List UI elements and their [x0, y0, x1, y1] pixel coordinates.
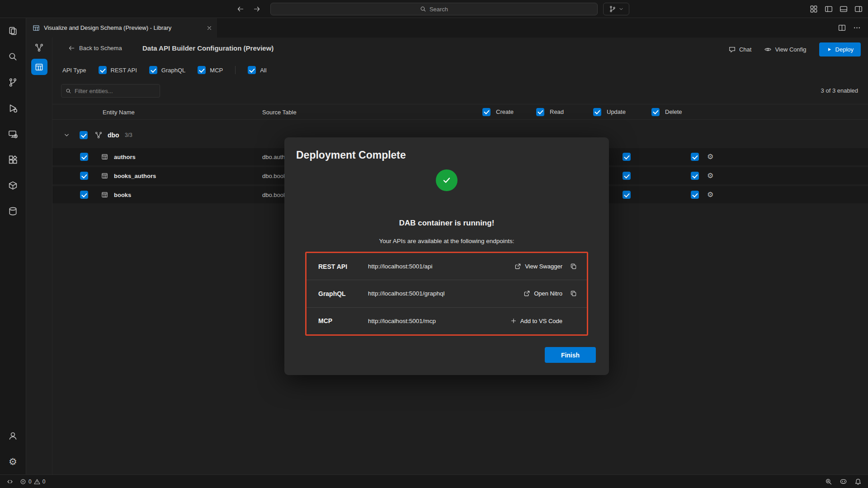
create-column: Create	[482, 108, 514, 116]
schema-visualizer-icon[interactable]	[35, 43, 43, 52]
zoom-icon[interactable]	[825, 478, 832, 485]
back-arrow-icon[interactable]	[237, 5, 244, 13]
table-icon	[101, 154, 108, 160]
select-all-update-checkbox[interactable]	[593, 108, 601, 116]
search-command-center[interactable]: Search	[270, 3, 598, 15]
problems-indicator[interactable]: 0 0	[20, 479, 45, 485]
select-all-create-checkbox[interactable]	[482, 108, 491, 116]
mcp-checkbox[interactable]	[198, 66, 206, 74]
open-nitro-button[interactable]: Open Nitro	[524, 290, 562, 297]
row-settings-gear-icon[interactable]: ⚙	[707, 172, 713, 179]
view-config-button[interactable]: View Config	[764, 46, 806, 53]
delete-checkbox[interactable]	[691, 191, 699, 199]
close-icon[interactable]	[206, 25, 212, 31]
row-checkbox[interactable]	[80, 172, 88, 180]
notifications-bell-icon[interactable]	[854, 478, 862, 485]
endpoint-url: http://localhost:5001/api	[368, 263, 433, 270]
api-option-graphql: GraphQL	[149, 66, 185, 74]
delete-checkbox[interactable]	[691, 153, 699, 161]
split-editor-icon[interactable]	[838, 24, 846, 32]
tab-visualize-design-schema[interactable]: Visualize and Design Schema (Preview) - …	[26, 18, 217, 38]
endpoint-row-rest: REST API http://localhost:5001/api View …	[307, 253, 587, 280]
add-to-vscode-button[interactable]: Add to VS Code	[510, 318, 562, 324]
database-projects-activity-button[interactable]	[0, 173, 26, 198]
gear-icon: ⚙	[9, 457, 17, 466]
graphql-checkbox[interactable]	[149, 66, 157, 74]
delete-checkbox[interactable]	[691, 172, 699, 180]
endpoint-name: REST API	[318, 263, 362, 270]
designer-view-rail	[26, 38, 52, 474]
arrow-left-icon	[68, 45, 75, 52]
filter-entities-input[interactable]	[75, 88, 156, 94]
toggle-sidebar-right-icon[interactable]	[854, 5, 863, 13]
finish-button[interactable]: Finish	[545, 347, 596, 363]
copilot-icon[interactable]	[840, 478, 847, 485]
run-debug-activity-button[interactable]	[0, 95, 26, 121]
update-checkbox[interactable]	[623, 153, 631, 161]
chevron-down-icon[interactable]	[63, 132, 70, 139]
more-actions-icon[interactable]	[853, 24, 861, 32]
create-column-label: Create	[496, 108, 514, 115]
dab-configuration-view-button[interactable]	[31, 59, 47, 75]
select-all-read-checkbox[interactable]	[536, 108, 544, 116]
accounts-button[interactable]	[0, 423, 26, 449]
explorer-activity-button[interactable]	[0, 18, 26, 44]
chevron-down-icon	[618, 6, 624, 12]
toggle-panel-icon[interactable]	[840, 5, 848, 13]
customize-layout-icon[interactable]	[810, 5, 818, 13]
read-column: Read	[536, 108, 564, 116]
settings-button[interactable]: ⚙	[0, 449, 26, 474]
remote-explorer-activity-button[interactable]	[0, 121, 26, 147]
files-icon	[8, 26, 18, 36]
dialog-title: Deployment Complete	[296, 149, 406, 161]
plus-icon	[510, 318, 517, 324]
chat-icon	[728, 46, 736, 53]
rest-api-checkbox[interactable]	[99, 66, 107, 74]
read-column-label: Read	[550, 108, 564, 115]
sql-server-activity-button[interactable]	[0, 198, 26, 224]
external-link-icon	[524, 290, 530, 297]
schema-icon	[95, 131, 102, 139]
account-icon	[8, 431, 18, 441]
filter-entities-box	[61, 84, 160, 98]
all-checkbox[interactable]	[248, 66, 256, 74]
remote-indicator-icon[interactable]	[6, 478, 14, 485]
back-to-schema-link[interactable]: Back to Schema	[68, 45, 122, 52]
search-activity-button[interactable]	[0, 44, 26, 70]
delete-column-label: Delete	[665, 108, 682, 115]
error-count: 0	[28, 479, 32, 485]
chat-label: Chat	[739, 46, 751, 53]
copy-icon[interactable]	[569, 290, 578, 297]
api-type-filter-row: API Type REST API GraphQL MCP All	[62, 64, 267, 76]
warning-count: 0	[42, 479, 46, 485]
page-title: Data API Builder Configuration (Preview)	[142, 44, 274, 52]
api-option-rest: REST API	[99, 66, 137, 74]
update-checkbox[interactable]	[623, 191, 631, 199]
mcp-label: MCP	[210, 67, 223, 74]
schema-group-checkbox[interactable]	[80, 131, 88, 139]
api-type-label: API Type	[62, 67, 86, 74]
update-checkbox[interactable]	[623, 172, 631, 180]
copy-icon[interactable]	[569, 263, 578, 270]
toggle-sidebar-left-icon[interactable]	[825, 5, 833, 13]
chat-button[interactable]: Chat	[728, 46, 751, 53]
success-check-icon	[436, 169, 458, 191]
all-label: All	[260, 67, 266, 74]
session-picker-button[interactable]	[603, 3, 629, 15]
row-checkbox[interactable]	[80, 191, 88, 199]
source-control-activity-button[interactable]	[0, 70, 26, 95]
row-settings-gear-icon[interactable]: ⚙	[707, 153, 713, 160]
entity-name: books	[114, 192, 131, 198]
forward-arrow-icon[interactable]	[253, 5, 260, 13]
endpoint-row-mcp: MCP http://localhost:5001/mcp Add to VS …	[307, 307, 587, 334]
entity-name: authors	[114, 154, 136, 160]
vscode-window: Search ⚙ Visualize and Design Schema (Pr…	[0, 0, 868, 488]
view-swagger-button[interactable]: View Swagger	[514, 263, 562, 270]
select-all-delete-checkbox[interactable]	[651, 108, 660, 116]
update-column-label: Update	[607, 108, 626, 115]
extensions-activity-button[interactable]	[0, 147, 26, 173]
row-settings-gear-icon[interactable]: ⚙	[707, 191, 713, 198]
deploy-button[interactable]: Deploy	[819, 42, 861, 56]
row-checkbox[interactable]	[80, 153, 88, 161]
search-icon	[66, 88, 71, 94]
